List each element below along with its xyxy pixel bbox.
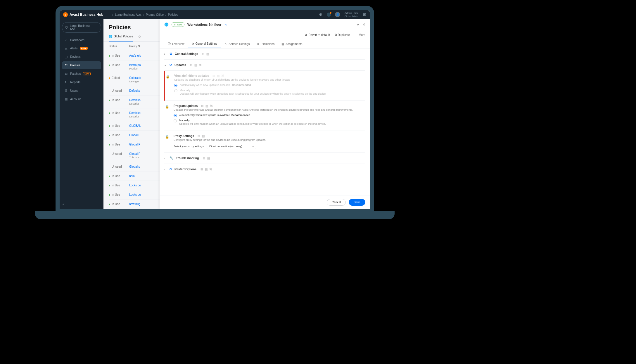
status-cell: In Use bbox=[109, 63, 129, 70]
sidebar-item-account[interactable]: ▤Account bbox=[62, 95, 101, 103]
block-title: Proxy Settings bbox=[174, 134, 194, 138]
radio-button[interactable] bbox=[174, 119, 177, 122]
badge: BETA bbox=[80, 47, 88, 50]
gear-icon: ⚙ bbox=[170, 52, 172, 56]
windows-icon: ⊞ bbox=[212, 74, 216, 77]
status-text: In Use bbox=[112, 143, 120, 146]
status-dot-icon bbox=[109, 176, 110, 177]
sidebar-item-dashboard[interactable]: ⌂Dashboard bbox=[62, 36, 101, 44]
more-button[interactable]: ⋮More bbox=[355, 33, 365, 37]
status-text: In Use bbox=[112, 193, 120, 196]
home-icon[interactable]: ⌂ bbox=[112, 13, 113, 16]
account-selector[interactable]: 🛡 Large Business Acc. ⌄ bbox=[62, 22, 101, 33]
status-dot-icon bbox=[109, 125, 110, 127]
restart-icon: ⟳ bbox=[170, 167, 172, 171]
globe-icon[interactable]: 🌐 bbox=[164, 22, 169, 27]
collapse-sidebar-button[interactable]: « bbox=[63, 202, 65, 206]
duplicate-button[interactable]: ⧉Duplicate bbox=[335, 33, 350, 37]
duplicate-icon: ⧉ bbox=[335, 33, 337, 37]
server-icon: ▤ bbox=[205, 168, 208, 171]
status-dot-icon bbox=[109, 144, 110, 145]
user-avatar-icon[interactable]: 👤 bbox=[335, 12, 340, 17]
tab-exclusions[interactable]: ⊘Exclusions bbox=[253, 39, 278, 48]
radio-auto[interactable]: Automatically when new update is availab… bbox=[174, 114, 365, 117]
unlock-icon[interactable]: 🔓 bbox=[165, 135, 169, 149]
expand-icon[interactable]: » bbox=[357, 22, 359, 27]
section-general-settings[interactable]: › ⚙ General Settings ⊞▤ bbox=[164, 52, 365, 56]
settings-icon[interactable]: ⚙ bbox=[319, 13, 323, 17]
chevron-right-icon: › bbox=[164, 157, 167, 160]
status-dot-icon bbox=[109, 65, 110, 66]
section-label: Restart Options bbox=[174, 168, 196, 171]
column-status[interactable]: Status bbox=[109, 45, 129, 48]
sidebar-item-policies[interactable]: ⇆Policies bbox=[62, 61, 101, 69]
apps-icon[interactable]: ⊞ bbox=[362, 13, 367, 17]
section-restart-options[interactable]: › ⟳ Restart Options ⊞▤⌘ bbox=[164, 167, 365, 171]
status-text: In Use bbox=[112, 111, 120, 115]
block-description: Configure proxy settings for the end dev… bbox=[174, 138, 365, 141]
status-text: In Use bbox=[112, 63, 120, 67]
radio-button bbox=[174, 89, 177, 92]
lock-icon[interactable]: 🔒 bbox=[166, 75, 170, 97]
unlock-icon[interactable]: 🔓 bbox=[165, 105, 169, 127]
status-cell: Edited bbox=[109, 76, 129, 83]
status-text: Edited bbox=[112, 76, 120, 79]
section-updates[interactable]: ⌄ ⟳ Updates ⊞▤⌘ bbox=[164, 63, 365, 67]
tab-label: Global Policies bbox=[114, 35, 133, 38]
section-label: Updates bbox=[174, 63, 186, 67]
nav-icon: ▢ bbox=[64, 55, 68, 59]
sidebar-item-devices[interactable]: ▢Devices bbox=[62, 53, 101, 61]
status-dot-icon bbox=[109, 166, 110, 168]
breadcrumb-account[interactable]: Large Business Acc. bbox=[115, 13, 142, 16]
mac-icon: ⌘ bbox=[199, 63, 202, 67]
radio-description: Updates will only happen when an update … bbox=[179, 122, 326, 125]
tab-global-policies[interactable]: 🌐 Global Policies bbox=[109, 35, 133, 41]
nav-icon: ⊞ bbox=[64, 72, 68, 76]
tab-general-settings[interactable]: ⚙General Settings bbox=[188, 39, 221, 48]
status-cell: In Use bbox=[109, 98, 129, 105]
breadcrumb-office[interactable]: Prague Office bbox=[146, 13, 164, 16]
tab-assignments[interactable]: ▦Assignments bbox=[278, 39, 306, 48]
globe-icon: 🌐 bbox=[109, 35, 112, 38]
server-icon: ▤ bbox=[207, 157, 210, 160]
radio-button[interactable] bbox=[174, 114, 177, 117]
user-role: Global Admin bbox=[344, 15, 358, 18]
nav-label: Users bbox=[70, 89, 78, 92]
server-icon: ▤ bbox=[217, 74, 220, 77]
save-button[interactable]: Save bbox=[349, 199, 365, 206]
revert-label: Revert to default bbox=[308, 33, 330, 37]
brand-name: Avast Business Hub bbox=[70, 13, 103, 17]
proxy-select[interactable]: Direct connection (no proxy) bbox=[207, 144, 256, 149]
windows-icon: ⊞ bbox=[201, 104, 204, 108]
windows-icon: ⊞ bbox=[202, 52, 205, 56]
nav-label: Policies bbox=[70, 64, 80, 67]
notifications-icon[interactable] bbox=[327, 13, 331, 17]
duplicate-label: Duplicate bbox=[338, 33, 350, 37]
avast-logo-icon: a bbox=[63, 12, 68, 17]
tab-service-settings[interactable]: 🜂Service Settings bbox=[221, 39, 253, 48]
radio-manual[interactable]: ManuallyUpdates will only happen when an… bbox=[174, 119, 365, 125]
windows-icon: ⊞ bbox=[203, 157, 206, 160]
sidebar-item-alerts[interactable]: △AlertsBETA bbox=[62, 44, 101, 52]
program-updates-block: 🔓 Program updates⊞▤⌘ Updates the user in… bbox=[164, 101, 365, 131]
sidebar-item-users[interactable]: ⚇Users bbox=[62, 87, 101, 95]
edit-icon[interactable]: ✎ bbox=[224, 23, 227, 26]
radio-label: Automatically when new update is availab… bbox=[180, 84, 231, 86]
sidebar-item-reports[interactable]: ↻Reports bbox=[62, 78, 101, 86]
status-cell: In Use bbox=[109, 143, 129, 146]
mac-icon: ⌘ bbox=[209, 168, 212, 171]
tab-other-policies[interactable]: ⚇ bbox=[138, 35, 141, 41]
tab-overview[interactable]: ⓘOverview bbox=[164, 39, 188, 48]
revert-button[interactable]: ↺Revert to default bbox=[305, 33, 330, 37]
nav-label: Dashboard bbox=[70, 39, 84, 42]
topbar: a Avast Business Hub ⌂ Large Business Ac… bbox=[60, 10, 370, 19]
more-icon: ⋮ bbox=[355, 33, 357, 37]
cancel-button[interactable]: Cancel bbox=[327, 199, 346, 206]
sidebar-item-patches[interactable]: ⊞PatchesNEW bbox=[62, 70, 101, 78]
account-name: Large Business Acc. bbox=[70, 24, 94, 31]
user-info[interactable]: Admin User Global Admin bbox=[344, 12, 358, 18]
status-dot-icon bbox=[109, 204, 110, 205]
nav-label: Alerts bbox=[70, 47, 78, 50]
section-troubleshooting[interactable]: › 🔧 Troubleshooting ⊞▤ bbox=[164, 156, 365, 160]
close-icon[interactable]: ✕ bbox=[362, 22, 365, 27]
